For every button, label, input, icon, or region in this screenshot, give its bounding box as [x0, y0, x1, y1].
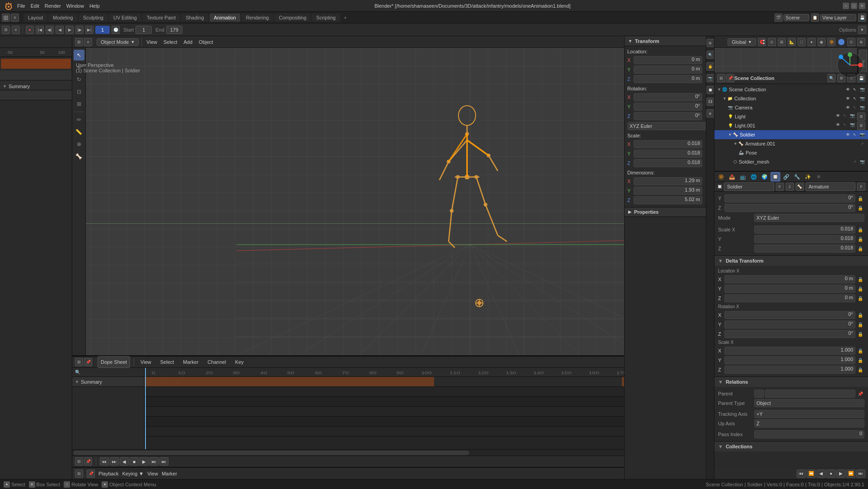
- dope-pin[interactable]: 📌: [84, 358, 92, 366]
- vp-header-menu[interactable]: ≡: [84, 38, 92, 46]
- tool-measure[interactable]: 📏: [74, 127, 84, 137]
- view-layer-selector[interactable]: View Layer: [820, 14, 856, 21]
- tab-layout[interactable]: Layout: [23, 14, 47, 22]
- play-btn[interactable]: ▶: [65, 26, 74, 34]
- tsi-4[interactable]: 📷: [706, 74, 714, 82]
- menu-file[interactable]: File: [14, 3, 28, 9]
- scene-icon[interactable]: 🎬: [775, 14, 783, 22]
- layer-icon[interactable]: 📋: [811, 14, 819, 22]
- step-back-btn[interactable]: ◀|: [46, 26, 54, 34]
- vp-gizmo-btn[interactable]: ⊕: [857, 38, 865, 46]
- tab-uv-editing[interactable]: UV Editing: [109, 14, 141, 22]
- vp-options1[interactable]: ⊞: [778, 38, 786, 46]
- bd-marker-label[interactable]: Marker: [162, 471, 177, 476]
- dope-type-dropdown[interactable]: Dope Sheet: [98, 356, 130, 368]
- scrollbar-thumb[interactable]: [73, 451, 469, 455]
- delta-scale-y[interactable]: 1.000: [724, 356, 855, 364]
- tool-bone[interactable]: 🦴: [74, 151, 84, 162]
- global-dropdown[interactable]: Global ▼: [728, 38, 756, 46]
- end-frame-input[interactable]: 179: [166, 26, 182, 34]
- delta-scale-y-lock[interactable]: 🔒: [856, 356, 864, 364]
- outliner-soldier[interactable]: ▼ 🦴 Soldier 👁 ↖ 📷: [714, 130, 868, 139]
- add-workspace-btn[interactable]: +: [341, 14, 349, 21]
- anim-menu-btn[interactable]: ⚙: [2, 26, 10, 34]
- minimize-button[interactable]: −: [843, 3, 849, 9]
- dope-menu-channel[interactable]: Channel: [205, 356, 229, 368]
- delta-scale-x[interactable]: 1.000: [724, 347, 855, 355]
- maximize-button[interactable]: □: [851, 3, 857, 9]
- dope-editor-type[interactable]: ⊞: [75, 358, 83, 366]
- tsi-2[interactable]: 🔍: [706, 51, 714, 59]
- outliner-light[interactable]: 💡 Light 👁 ↖ 📷 ⚙: [714, 112, 868, 121]
- prop-icon-modifiers[interactable]: 🔧: [792, 172, 802, 182]
- playhead[interactable]: [145, 368, 146, 449]
- pb-step-back[interactable]: ⏭: [110, 457, 119, 465]
- tab-sculpting[interactable]: Sculpting: [79, 14, 108, 22]
- fake-user-btn[interactable]: F: [776, 183, 784, 191]
- transform-header[interactable]: ▼ Transform: [625, 36, 714, 46]
- tab-texture-paint[interactable]: Texture Paint: [142, 14, 180, 22]
- vp-snap-btn[interactable]: 🧲: [758, 38, 766, 46]
- tab-compositing[interactable]: Compositing: [274, 14, 311, 22]
- jump-start-btn[interactable]: |◀: [36, 26, 44, 34]
- tab-modeling[interactable]: Modeling: [48, 14, 78, 22]
- delta-loc-z-lock[interactable]: 🔒: [856, 294, 864, 302]
- user-count[interactable]: 2: [786, 183, 794, 191]
- bd-pin-icon[interactable]: 📌: [87, 470, 95, 478]
- prop-icon-constraint[interactable]: 🔗: [781, 172, 791, 182]
- delta-scale-z[interactable]: 1.000: [724, 366, 855, 374]
- tsi-7[interactable]: ⊕: [706, 109, 714, 118]
- vis-rnd-coll[interactable]: 📷: [859, 95, 865, 102]
- outliner-camera[interactable]: 📷 Camera 👁 ↖ 📷: [714, 103, 868, 112]
- tab-rendering[interactable]: Rendering: [241, 14, 273, 22]
- delta-rot-y[interactable]: 0°: [724, 320, 855, 329]
- bpb-jump-end[interactable]: ⏭: [856, 470, 865, 478]
- vis-rnd-lt[interactable]: 📷: [849, 113, 855, 119]
- location-x[interactable]: 0 m: [634, 56, 702, 64]
- scale-x-input[interactable]: 0.018: [754, 226, 855, 234]
- mesh-fake-user[interactable]: F: [857, 183, 865, 191]
- prop-icon-view[interactable]: 📺: [738, 172, 748, 182]
- rotation-x-val[interactable]: 0°: [634, 93, 702, 101]
- step-forward-btn[interactable]: |▶: [75, 26, 84, 34]
- light001-settings[interactable]: ⚙: [857, 122, 865, 130]
- scale-y-input[interactable]: 0.018: [754, 235, 855, 243]
- vis-eye-lt[interactable]: 👁: [835, 113, 841, 119]
- tsi-6[interactable]: 🎞: [706, 98, 714, 106]
- delta-rot-z[interactable]: 0°: [724, 330, 855, 338]
- viewport-menu-object[interactable]: Object: [197, 38, 215, 46]
- vis-eye-coll[interactable]: 👁: [845, 95, 851, 102]
- vis-eye-lt1[interactable]: 👁: [835, 122, 841, 128]
- outliner-pin[interactable]: 📌: [726, 74, 734, 82]
- vis-ptr-lt[interactable]: ↖: [842, 113, 848, 119]
- vp-proportional-btn[interactable]: ⊙: [768, 38, 776, 46]
- current-frame-display[interactable]: 1: [95, 26, 110, 34]
- dope-menu-select[interactable]: Select: [158, 356, 177, 368]
- bpb-play-reverse[interactable]: ◀: [817, 470, 826, 478]
- vp-shading-render[interactable]: 🔆: [827, 38, 835, 46]
- vis-ptr-cam[interactable]: ↖: [852, 104, 858, 111]
- vis-eye-sol[interactable]: 👁: [845, 132, 851, 138]
- tool-cursor[interactable]: ↖: [74, 50, 84, 61]
- close-button[interactable]: ×: [859, 3, 865, 9]
- menu-render[interactable]: Render: [42, 3, 64, 9]
- pb-jump-end[interactable]: ⏭: [159, 457, 168, 465]
- rotation-y-lock[interactable]: 🔒: [856, 194, 864, 202]
- outliner-armature001[interactable]: ▼ 🦴 Armature.001 ↗: [714, 139, 868, 148]
- dim-x[interactable]: 1.29 m: [634, 177, 702, 185]
- object-data-icon[interactable]: 🦴: [796, 183, 804, 191]
- properties-sub-header[interactable]: ▶ Properties: [625, 207, 714, 217]
- workspace-menu-btn[interactable]: ≡: [11, 14, 19, 22]
- location-z[interactable]: 0 m: [634, 75, 702, 83]
- prop-icon-object[interactable]: 🔲: [770, 172, 780, 182]
- outliner-pose[interactable]: 🦾 Pose: [714, 148, 868, 157]
- pb-play[interactable]: ▶: [140, 457, 149, 465]
- tool-add[interactable]: ⊕: [74, 139, 84, 150]
- rotation-z-lock[interactable]: 🔒: [856, 204, 864, 212]
- frame-clock-btn[interactable]: 🕐: [112, 26, 120, 34]
- vis-ptr-coll[interactable]: ↖: [852, 95, 858, 102]
- rotation-y-input[interactable]: 0°: [724, 194, 855, 202]
- vp-mode-icon[interactable]: ⊞: [75, 38, 83, 46]
- bd-editor-icon[interactable]: ⊞: [75, 470, 83, 478]
- location-y[interactable]: 0 m: [634, 66, 702, 74]
